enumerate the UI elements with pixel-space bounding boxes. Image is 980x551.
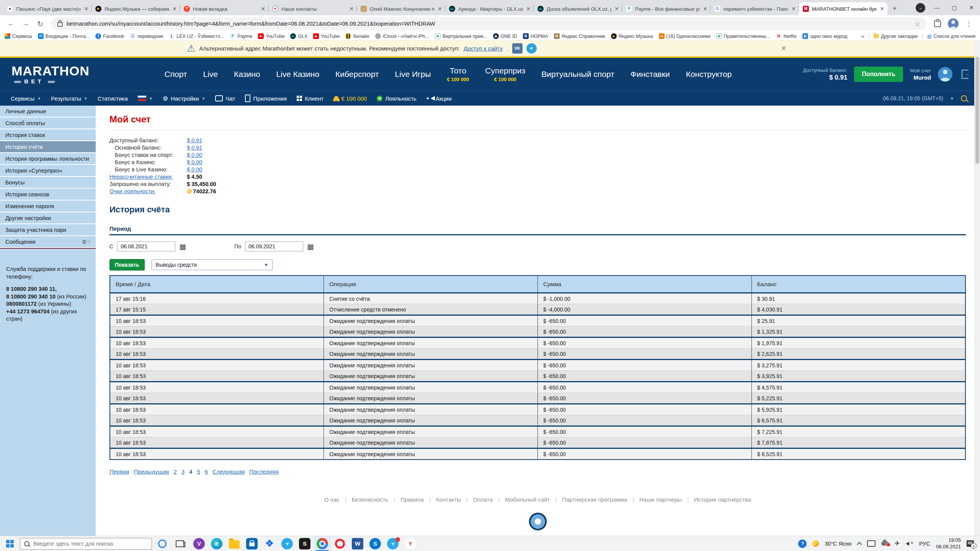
balance-row-value[interactable]: $ 0.91: [187, 145, 202, 151]
taskbar-app-telegram-icon[interactable]: [278, 536, 296, 551]
browser-tab[interactable]: MARATHONBET онлайн букме ✕: [799, 2, 887, 15]
airplane-icon[interactable]: [895, 540, 900, 547]
bookmark-item[interactable]: Сервисы: [5, 33, 32, 39]
marathonbet-logo[interactable]: MARATHON ««« BET »»»: [11, 64, 90, 84]
pagination-link[interactable]: 5: [197, 468, 200, 475]
browser-tab[interactable]: Пасьянс «Паук (две масти)» ✕: [3, 2, 91, 15]
bookmark-item[interactable]: Facebook: [95, 33, 124, 39]
pagination-link[interactable]: 6: [205, 468, 208, 475]
scrollbar[interactable]: [974, 41, 980, 536]
footer-link[interactable]: История партнерства: [694, 496, 751, 503]
taskbar-app-opera-icon[interactable]: [331, 536, 349, 551]
bookmark-item[interactable]: (16) Одноклассники: [659, 33, 710, 39]
bookmark-item[interactable]: ONE ID: [493, 33, 517, 39]
sidebar-item[interactable]: Личные данные: [0, 106, 96, 117]
footer-link[interactable]: О нас: [324, 496, 340, 503]
maximize-button[interactable]: ▢: [946, 0, 963, 15]
tab-close-icon[interactable]: ✕: [791, 6, 796, 12]
tab-close-icon[interactable]: ✕: [614, 6, 619, 12]
sidebar-item[interactable]: Способ оплаты: [0, 117, 96, 129]
nav-item[interactable]: Результаты ▼: [51, 95, 88, 102]
telegram-icon[interactable]: [526, 43, 537, 54]
taskbar-search-input[interactable]: [33, 540, 148, 547]
main-menu-item[interactable]: Суперприз € 100 000: [485, 66, 525, 82]
balance-row-value[interactable]: $ 0.00: [187, 166, 202, 173]
pagination-link[interactable]: 2: [173, 468, 176, 475]
taskbar-app-telegram-badge-icon[interactable]: [384, 536, 402, 551]
help-icon[interactable]: ?: [798, 540, 807, 548]
balance-row-value[interactable]: $ 0.00: [187, 152, 202, 158]
bookmark-item[interactable]: Яндекс.Справочник: [554, 33, 605, 39]
calendar-icon[interactable]: [307, 243, 314, 250]
sidebar-item[interactable]: Изменение пароля: [0, 201, 96, 212]
sidebar-item[interactable]: История счёта: [0, 141, 96, 153]
sidebar-item[interactable]: История сеансов: [0, 189, 96, 201]
bookmark-item[interactable]: билайн: [345, 33, 369, 39]
display-icon[interactable]: [867, 540, 875, 547]
new-tab-button[interactable]: +: [889, 3, 900, 14]
scrollbar-thumb[interactable]: [975, 57, 979, 164]
browser-tab[interactable]: Аренда - Квартиры - OLX.uz ✕: [445, 2, 534, 15]
pagination-link[interactable]: Предыдущая: [134, 468, 169, 475]
nav-item[interactable]: Приложения: [245, 95, 287, 102]
browser-menu-icon[interactable]: ⋮: [963, 20, 975, 28]
footer-link[interactable]: Мобильный сайт: [505, 496, 550, 503]
forward-button[interactable]: →: [20, 18, 31, 29]
balance-row-value[interactable]: $ 0.00: [187, 159, 202, 165]
browser-tab[interactable]: париматч узбекистан - Поиск ✕: [710, 2, 799, 15]
browser-tab[interactable]: Олий Мажлис Конунчилик па ✕: [357, 2, 445, 15]
nav-item[interactable]: Чат: [215, 95, 235, 102]
bookmark-item[interactable]: OLX: [290, 33, 307, 39]
task-view-icon[interactable]: [176, 540, 184, 547]
other-bookmarks[interactable]: Другие закладки: [874, 34, 918, 39]
bookmark-item[interactable]: переводчик: [130, 33, 163, 39]
footer-link[interactable]: Безопасность: [352, 496, 389, 503]
tab-close-icon[interactable]: ✕: [526, 6, 531, 12]
deposit-button[interactable]: Пополнить: [854, 67, 903, 82]
taskbar-app-word-icon[interactable]: [349, 536, 366, 551]
sidebar-item[interactable]: Защита участника пари: [0, 224, 96, 236]
taskbar-app-explorer-icon[interactable]: [225, 536, 243, 551]
bookmark-item[interactable]: YouTube: [313, 33, 340, 39]
taskbar-search[interactable]: [20, 538, 152, 549]
sidebar-item[interactable]: История «Суперприз»: [0, 165, 96, 177]
bookmark-item[interactable]: Payme: [230, 33, 252, 39]
profile-avatar[interactable]: [948, 18, 959, 29]
browser-tab[interactable]: Новая вкладка ✕: [180, 2, 268, 15]
footer-link[interactable]: Партнерская программа: [562, 496, 627, 503]
footer-link[interactable]: Оплата: [473, 496, 493, 503]
taskbar-app-studio-icon[interactable]: [296, 536, 314, 551]
bookmark-item[interactable]: Входящие - Почта...: [38, 33, 90, 39]
date-to-input[interactable]: [245, 241, 303, 251]
sidebar-item[interactable]: История программы лояльности: [0, 153, 96, 165]
tab-close-icon[interactable]: ✕: [438, 6, 442, 12]
bookmark-item[interactable]: Виртуальная прие...: [435, 33, 487, 39]
browser-tab[interactable]: Доска объявлений OLX.uz, ра ✕: [534, 2, 622, 15]
main-menu-item[interactable]: Конструктор: [686, 70, 732, 79]
browser-tab[interactable]: Payme - Все финансовые услу ✕: [622, 2, 710, 15]
balance-row-label[interactable]: Очки лояльности:: [109, 188, 187, 194]
adblock-icon[interactable]: ⌄: [916, 3, 925, 13]
nav-item[interactable]: ▼: [138, 96, 153, 101]
bookmark-item[interactable]: Яндекс.Музыка: [611, 33, 653, 39]
balance-row-label[interactable]: Нерассчитанные ставки:: [109, 174, 187, 180]
notifications-icon[interactable]: 2: [967, 540, 974, 547]
main-menu-item[interactable]: Live Игры: [395, 70, 431, 79]
browser-tab[interactable]: Наши контакты ✕: [268, 2, 357, 15]
balance-row-value[interactable]: $ 0.91: [187, 137, 202, 143]
bookmark-item[interactable]: LEX.UZ - Ўзбекисто...: [169, 33, 224, 39]
nav-item[interactable]: Акции: [426, 95, 452, 102]
cortana-icon[interactable]: [158, 540, 167, 548]
main-menu-item[interactable]: Виртуальный спорт: [541, 70, 614, 79]
taskbar-app-dropbox-icon[interactable]: [261, 536, 278, 551]
bookmarks-overflow-icon[interactable]: »: [861, 34, 864, 39]
nav-item[interactable]: € 100 000: [334, 95, 367, 102]
logout-icon[interactable]: [962, 70, 969, 79]
taskbar-app-store-icon[interactable]: [243, 536, 261, 551]
main-menu-item[interactable]: Финставки: [630, 70, 670, 79]
reading-list[interactable]: ▤ Список для чтения: [927, 34, 975, 39]
weather-text[interactable]: 30°C Ясно: [825, 541, 851, 547]
browser-tab[interactable]: Яндекс.Музыка — собираем м ✕: [91, 2, 180, 15]
onedrive-icon[interactable]: [881, 541, 889, 546]
pagination-link[interactable]: Следующая: [212, 468, 245, 475]
